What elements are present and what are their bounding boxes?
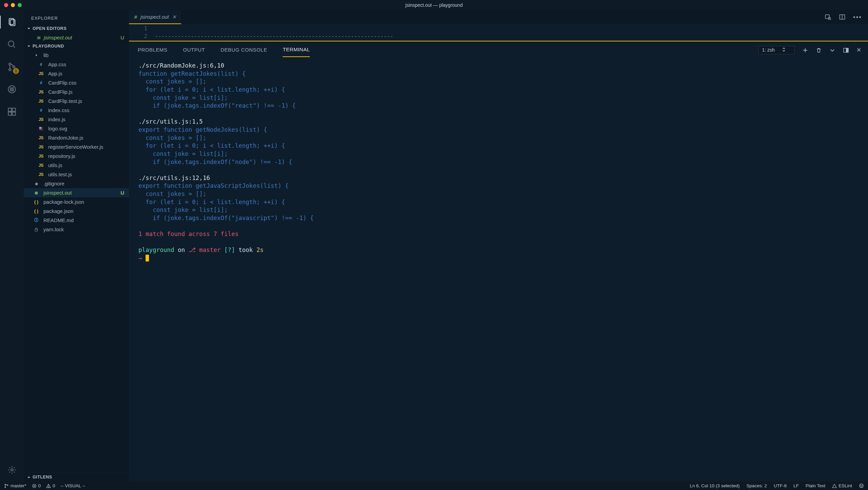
file-type-icon: JS (37, 154, 45, 159)
file-item[interactable]: yarn.lock (24, 225, 129, 234)
svg-rect-16 (35, 229, 38, 231)
svg-rect-11 (8, 112, 12, 115)
activity-scm-icon[interactable]: 1 (7, 62, 17, 72)
more-icon[interactable]: ••• (853, 14, 862, 21)
panel-tab-terminal[interactable]: TERMINAL (283, 43, 310, 57)
file-type-icon: # (37, 62, 45, 67)
sidebar: EXPLORER OPEN EDITORS ≣ jsinspect.out U … (24, 10, 129, 482)
window-minimize-button[interactable] (11, 3, 15, 7)
file-type-icon: JS (37, 90, 45, 94)
section-open-editors[interactable]: OPEN EDITORS (24, 24, 129, 33)
file-item[interactable]: ◈.gitignore (24, 179, 129, 188)
status-eol[interactable]: LF (793, 483, 799, 488)
window-zoom-button[interactable] (18, 3, 22, 7)
svg-rect-17 (826, 15, 830, 19)
file-item[interactable]: { }package-lock.json (24, 197, 129, 206)
svg-rect-9 (8, 108, 12, 111)
file-item[interactable]: ⓘREADME.md (24, 216, 129, 225)
svg-point-4 (9, 63, 11, 65)
open-editor-item[interactable]: ≣ jsinspect.out U (24, 33, 129, 42)
terminal-cursor (146, 255, 149, 261)
status-spaces[interactable]: Spaces: 2 (747, 483, 767, 488)
folder-item[interactable]: lib (24, 51, 129, 60)
file-item[interactable]: JSCardFlip.js (24, 87, 129, 96)
file-item[interactable]: JSregisterServiceWorker.js (24, 142, 129, 151)
status-errors[interactable]: 0 (32, 483, 41, 488)
file-item[interactable]: JSrepository.js (24, 151, 129, 161)
svg-point-34 (862, 485, 862, 486)
gutter: 1 2 (129, 24, 154, 41)
caret-down-icon (27, 44, 31, 48)
file-item[interactable]: JSRandomJoke.js (24, 133, 129, 142)
terminal-select[interactable]: 1: zsh (758, 46, 795, 54)
editor-area: ≣ jsinspect.out ✕ ••• 1 2 ------ (129, 10, 868, 482)
file-type-icon: JS (37, 135, 45, 140)
new-terminal-icon[interactable] (802, 47, 808, 53)
file-item[interactable]: { }package.json (24, 206, 129, 216)
status-feedback-icon[interactable] (859, 483, 864, 488)
file-item[interactable]: JSutils.test.js (24, 170, 129, 179)
kill-terminal-icon[interactable] (816, 47, 822, 53)
status-branch[interactable]: master* (4, 483, 26, 488)
svg-point-13 (11, 469, 13, 471)
close-icon[interactable]: ✕ (172, 14, 176, 20)
tab-jsinspect[interactable]: ≣ jsinspect.out ✕ (129, 10, 181, 24)
caret-right-icon (27, 475, 31, 479)
file-item[interactable]: JSCardFlip.test.js (24, 96, 129, 106)
terminal-output[interactable]: ./src/RandomJoke.js:6,10 function getRea… (129, 57, 868, 482)
status-language[interactable]: Plain Text (806, 483, 825, 488)
file-type-icon: { } (32, 209, 41, 214)
section-workspace[interactable]: PLAYGROUND (24, 42, 129, 51)
panel-toggle-icon[interactable] (843, 47, 849, 53)
file-item[interactable]: #App.css (24, 60, 129, 69)
svg-rect-25 (846, 48, 848, 52)
find-references-icon[interactable] (825, 14, 831, 21)
status-eslint[interactable]: ESLint (832, 483, 852, 488)
file-type-icon: ◈ (32, 181, 41, 186)
panel: PROBLEMS OUTPUT DEBUG CONSOLE TERMINAL 1… (129, 41, 868, 482)
file-item[interactable]: #index.css (24, 106, 129, 115)
activity-explorer-icon[interactable] (7, 17, 17, 27)
file-item[interactable]: ≣jsinspect.outU (24, 188, 129, 197)
svg-point-31 (48, 487, 49, 487)
caret-down-icon (27, 27, 31, 30)
editor-line-2: ----------------------------------------… (155, 32, 393, 40)
file-type-icon: ≣ (32, 190, 41, 195)
file-item[interactable]: #CardFlip.css (24, 78, 129, 87)
file-type-icon: JS (37, 71, 45, 76)
svg-point-5 (9, 69, 11, 71)
close-panel-icon[interactable]: ✕ (856, 47, 861, 54)
window-close-button[interactable] (4, 3, 8, 7)
activity-settings-icon[interactable] (7, 465, 17, 475)
lines-icon: ≣ (134, 15, 137, 19)
split-editor-icon[interactable] (839, 14, 846, 21)
status-mode: -- VISUAL -- (61, 483, 86, 488)
panel-tab-output[interactable]: OUTPUT (183, 43, 205, 57)
activity-debug-icon[interactable] (7, 84, 17, 94)
file-type-icon: JS (37, 99, 45, 104)
svg-point-32 (860, 484, 863, 488)
file-item[interactable]: JSutils.js (24, 161, 129, 170)
caret-right-icon (32, 54, 41, 57)
status-encoding[interactable]: UTF-8 (774, 483, 787, 488)
chevron-down-icon[interactable] (829, 47, 835, 53)
file-type-icon: # (37, 108, 45, 113)
panel-tab-problems[interactable]: PROBLEMS (138, 43, 167, 57)
terminal-summary: 1 match found across 7 files (138, 231, 239, 237)
section-gitlens[interactable]: GITLENS (24, 472, 129, 482)
file-type-icon (32, 227, 41, 232)
file-item[interactable]: JSApp.js (24, 69, 129, 78)
panel-tab-debug[interactable]: DEBUG CONSOLE (221, 43, 267, 57)
activity-search-icon[interactable] (7, 39, 17, 50)
sidebar-title: EXPLORER (24, 10, 129, 24)
svg-point-26 (5, 484, 6, 485)
status-warnings[interactable]: 0 (46, 483, 55, 488)
activity-extensions-icon[interactable] (7, 107, 17, 117)
status-position[interactable]: Ln 6, Col 10 (3 selected) (690, 483, 740, 488)
svg-rect-10 (12, 108, 15, 111)
chevron-updown-icon (782, 47, 786, 53)
editor-body[interactable]: 1 2 ------------------------------------… (129, 24, 868, 41)
file-item[interactable]: JSindex.js (24, 115, 129, 124)
file-type-icon: JS (37, 117, 45, 122)
file-item[interactable]: logo.svg (24, 124, 129, 133)
